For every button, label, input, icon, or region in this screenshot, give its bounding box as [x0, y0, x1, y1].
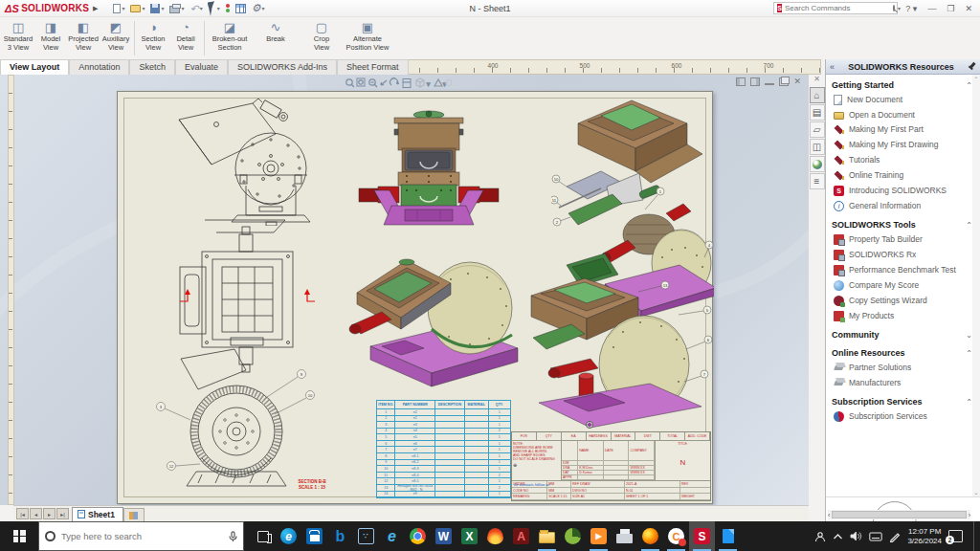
bom-row[interactable]: 9 n8-2 1 [377, 460, 510, 467]
taskbar-app-icon[interactable]: X [457, 521, 482, 551]
tab-custom-properties[interactable]: ≡ [810, 173, 825, 189]
taskpane-item[interactable]: Copy Settings Wizard [832, 293, 972, 308]
bom-row[interactable]: 1 n2 1 [377, 409, 510, 416]
speaker-icon[interactable] [850, 531, 862, 541]
bom-row[interactable]: 4 n4 2 [377, 429, 510, 435]
taskpane-item[interactable]: Performance Benchmark Test [832, 262, 972, 277]
show-desktop-sliver[interactable] [973, 521, 977, 551]
taskpane-item[interactable]: Making My First Drawing [832, 137, 972, 152]
taskbar-app-icon[interactable] [637, 521, 663, 551]
sheet-tab-sheet1[interactable]: Sheet1 [72, 507, 123, 521]
taskbar-app-icon[interactable] [612, 521, 637, 551]
taskbar-app-icon[interactable]: S [689, 521, 715, 551]
open-document-button[interactable]: ▾ [128, 4, 146, 13]
scroll-left-icon[interactable]: ‹ [828, 512, 830, 518]
section-header[interactable]: Online Resources⌃ [832, 345, 972, 360]
command-search[interactable]: S ▾ [773, 2, 898, 14]
new-document-button[interactable]: ▾ [111, 3, 126, 14]
minimize-button[interactable]: — [924, 4, 939, 13]
bom-row[interactable]: 12 n8-5 1 [377, 478, 510, 485]
notification-center-icon[interactable]: 2 [948, 530, 963, 542]
taskbar-app-icon[interactable]: W [431, 521, 457, 551]
chevron-up-tray-icon[interactable] [833, 533, 843, 540]
taskbar-app-icon[interactable]: b [327, 521, 353, 551]
keyboard-tray-icon[interactable] [869, 532, 882, 541]
bom-row[interactable]: 7 n7 1 [377, 447, 510, 453]
taskpane-item[interactable]: Compare My Score [832, 277, 972, 293]
file-properties-button[interactable] [234, 3, 248, 14]
task-pane-close-icon[interactable]: ✕ [813, 75, 820, 86]
commandmanager-tab[interactable]: View Layout [0, 59, 69, 75]
tab-file-explorer[interactable]: ▱ [810, 121, 825, 138]
section-header[interactable]: Subscription Services⌃ [832, 394, 972, 408]
save-button[interactable]: ▾ [148, 3, 166, 14]
drawing-view-shaded-front[interactable] [357, 106, 501, 226]
taskbar-app-icon[interactable]: ∵ [353, 521, 379, 551]
first-sheet-button[interactable]: |◂ [16, 508, 29, 519]
taskpane-item[interactable]: Introducing SOLIDWORKS [832, 183, 972, 198]
print-button[interactable]: ▾ [167, 3, 186, 14]
doc-minimize-icon[interactable] [765, 78, 774, 85]
taskpane-item[interactable]: My Products [832, 308, 972, 323]
title-block[interactable]: FORQTYEAHARDNESSMATERIALDWTTOTALADD. COD… [511, 431, 711, 501]
taskbar-app-icon[interactable] [534, 521, 560, 551]
commandmanager-tab[interactable]: Evaluate [175, 59, 228, 75]
taskpane-item[interactable]: Partner Solutions [832, 360, 972, 375]
split-pane2-icon[interactable] [750, 77, 760, 86]
taskbar-app-icon[interactable] [405, 521, 431, 551]
drawing-view-exploded-front[interactable]: 56713 [525, 276, 714, 430]
bom-row[interactable]: 6 n6 1 [377, 441, 510, 448]
split-pane-icon[interactable] [736, 77, 746, 86]
pin-icon[interactable] [968, 62, 976, 71]
taskbar-clock[interactable]: 12:07 PM 3/26/2024 [907, 527, 942, 546]
commandmanager-tab[interactable]: Annotation [69, 59, 129, 75]
taskbar-app-icon[interactable]: ▶ [586, 521, 612, 551]
tab-design-library[interactable]: ▤ [810, 104, 825, 121]
ribbon-button[interactable]: ◩ Auxiliary View [100, 18, 132, 58]
restore-button[interactable]: ❐ [944, 4, 957, 13]
ribbon-button[interactable]: ∿ Break [253, 18, 299, 58]
section-header[interactable]: Getting Started⌃ [832, 77, 972, 92]
commandmanager-tab[interactable]: Sheet Format [337, 59, 409, 75]
taskpane-item[interactable]: Making My First Part [832, 121, 972, 137]
balloon-callout[interactable] [586, 421, 593, 429]
scroll-down-icon[interactable]: ⌄ [973, 489, 978, 496]
drawing-view-front[interactable] [164, 97, 350, 226]
bom-row[interactable]: 5 n5 1 [377, 434, 510, 441]
bom-row[interactable]: 2 n1 1 [377, 416, 510, 423]
commandmanager-tab[interactable]: Sketch [129, 59, 175, 75]
ribbon-button[interactable]: ◨ Model View [34, 18, 67, 58]
add-sheet-tab[interactable] [123, 508, 145, 521]
pen-tray-icon[interactable] [889, 531, 901, 542]
taskbar-app-icon[interactable] [715, 521, 741, 551]
section-header[interactable]: Community⌄ [832, 327, 972, 342]
next-sheet-button[interactable]: ▸ [43, 508, 56, 519]
taskpane-item[interactable]: Manufacturers [832, 375, 972, 390]
ribbon-button[interactable]: ◪ Broken-out Section [207, 18, 253, 58]
taskbar-app-icon[interactable] [250, 521, 276, 551]
doc-close-icon[interactable]: ✕ [793, 77, 801, 86]
help-button[interactable]: ? ▾ [902, 4, 920, 13]
taskbar-app-icon[interactable]: e [276, 521, 301, 551]
taskpane-item[interactable]: Open a Document [832, 107, 972, 121]
prev-sheet-button[interactable]: ◂ [30, 508, 42, 519]
tab-view-palette[interactable]: ◫ [810, 139, 825, 155]
bom-table[interactable]: ITEM NO. PART NUMBER DESCRIPTION MATERIA… [376, 400, 511, 498]
tab-solidworks-resources[interactable]: ⌂ [810, 87, 825, 103]
microphone-icon[interactable] [229, 531, 237, 542]
horizontal-scrollbar[interactable]: ‹› [828, 510, 970, 519]
taskpane-item[interactable]: Online Training [832, 167, 972, 183]
ribbon-button[interactable]: ▣ Alternate Position View [345, 18, 390, 58]
section-header[interactable]: SOLIDWORKS Tools⌃ [832, 217, 972, 231]
taskpane-item[interactable]: Tutorials [832, 152, 972, 167]
taskpane-item[interactable]: Property Tab Builder [832, 231, 972, 247]
taskpane-item[interactable]: New Document [832, 92, 972, 107]
drawing-view-assembled-iso[interactable] [344, 233, 527, 393]
close-button[interactable]: ✕ [962, 4, 975, 13]
scroll-up-icon[interactable]: ⌃ [973, 76, 978, 82]
taskbar-app-icon[interactable] [482, 521, 508, 551]
graphics-area[interactable]: ▾ ▾ ✕ [0, 75, 809, 505]
bom-row[interactable]: 3 n3 1 [377, 422, 510, 429]
options-button[interactable]: ⚙▾ [250, 2, 267, 14]
windows-search-box[interactable] [38, 521, 244, 551]
